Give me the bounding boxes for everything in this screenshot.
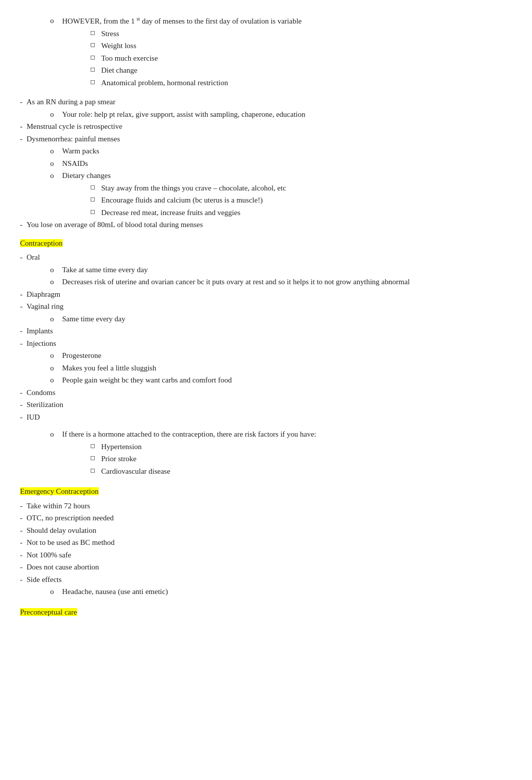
dash-icon: - <box>20 252 23 263</box>
bullet-implants: - Implants <box>20 325 512 337</box>
contraception-section: Contraception <box>20 238 512 249</box>
rn-child: Your role: help pt relax, give support, … <box>62 109 305 120</box>
dash-icon: - <box>20 133 23 145</box>
injections-children: o Progesterone o Makes you feel a little… <box>20 350 512 386</box>
sub-item: Cardiovascular disease <box>101 466 170 477</box>
oral-children: o Take at same time every day o Decrease… <box>20 264 512 288</box>
o-marker: o <box>50 15 58 27</box>
bullet-dysmenorrhea-text: Dysmenorrhea: painful menses <box>27 133 120 145</box>
emergency-bullet-2: - OTC, no prescription needed <box>20 512 512 524</box>
oral-child: Decreases risk of uterine and ovarian ca… <box>62 276 410 288</box>
diaphragm-label: Diaphragm <box>27 289 60 300</box>
bullet-condoms: - Condoms <box>20 387 512 399</box>
o-marker: o <box>50 429 58 440</box>
dash-icon: - <box>20 399 23 411</box>
dash-icon: - <box>20 338 23 349</box>
dysm-child: NSAIDs <box>62 158 88 169</box>
bullet-dysmenorrhea: - Dysmenorrhea: painful menses <box>20 133 512 145</box>
contraception-heading: Contraception <box>20 239 63 247</box>
bullet-injections: - Injections <box>20 338 512 349</box>
injections-label: Injections <box>27 338 56 349</box>
dysmenorrhea-children: o Warm packs o NSAIDs o Dietary changes … <box>20 145 512 218</box>
preconceptual-heading: Preconceptual care <box>20 608 77 616</box>
emergency-item: Not to be used as BC method <box>27 537 115 548</box>
dash-icon: - <box>20 549 23 561</box>
injections-child: People gain weight bc they want carbs an… <box>62 374 232 386</box>
sq-icon: ◻ <box>90 441 97 450</box>
bullet-menstrual: - Menstrual cycle is retrospective <box>20 121 512 132</box>
emergency-section: Emergency Contraception <box>20 486 512 497</box>
top-section: o HOWEVER, from the 1 st day of menses t… <box>20 15 512 88</box>
sq-icon: ◻ <box>90 453 97 462</box>
emergency-bullet-1: - Take within 72 hours <box>20 500 512 512</box>
vaginal-ring-children: o Same time every day <box>20 313 512 325</box>
sub-item: Decrease red meat, increase fruits and v… <box>101 207 240 219</box>
vaginal-ring-label: Vaginal ring <box>27 301 64 312</box>
sq-icon: ◻ <box>90 182 97 191</box>
emergency-bullet-7: - Side effects <box>20 574 512 586</box>
o-marker: o <box>50 350 58 361</box>
dash-icon: - <box>20 500 23 512</box>
dash-icon: - <box>20 289 23 300</box>
dash-icon: - <box>20 561 23 573</box>
bullet-rn-children: o Your role: help pt relax, give support… <box>20 109 512 120</box>
sub-item: Weight loss <box>101 40 136 52</box>
dash-icon: - <box>20 537 23 548</box>
dash-icon: - <box>20 121 23 132</box>
contraception-note-text: If there is a hormone attached to the co… <box>62 429 316 440</box>
o-marker: o <box>50 374 58 386</box>
contraception-list: - Oral o Take at same time every day o D… <box>20 252 512 423</box>
contraception-note: o If there is a hormone attached to the … <box>20 429 512 477</box>
injections-child: Progesterone <box>62 350 101 361</box>
dysm-child: Warm packs <box>62 145 99 157</box>
dash-icon: - <box>20 512 23 524</box>
however-text: HOWEVER, from the 1 st day of menses to … <box>62 15 302 27</box>
dash-icon: - <box>20 525 23 536</box>
emergency-item: Does not cause abortion <box>27 561 99 573</box>
bullet-rn: - As an RN during a pap smear <box>20 96 512 108</box>
sub-item: Prior stroke <box>101 453 136 465</box>
dysm-child: Dietary changes <box>62 170 111 181</box>
emergency-bullet-6: - Does not cause abortion <box>20 561 512 573</box>
preconceptual-section: Preconceptual care <box>20 607 512 618</box>
condoms-label: Condoms <box>27 387 56 399</box>
o-marker: o <box>50 264 58 276</box>
o-marker: o <box>50 276 58 288</box>
sq-icon: ◻ <box>90 466 97 475</box>
sq-icon: ◻ <box>90 194 97 204</box>
o-marker: o <box>50 170 58 181</box>
bullet-blood-text: You lose on average of 80mL of blood tot… <box>27 219 203 231</box>
oral-label: Oral <box>27 252 40 263</box>
however-subbullets: ◻Stress ◻Weight loss ◻Too much exercise … <box>50 28 512 89</box>
side-effects-child: Headache, nausea (use anti emetic) <box>62 586 168 598</box>
main-bullets-section: - As an RN during a pap smear o Your rol… <box>20 96 512 231</box>
o-marker: o <box>50 109 58 120</box>
emergency-item: OTC, no prescription needed <box>27 512 114 524</box>
emergency-list: - Take within 72 hours - OTC, no prescri… <box>20 500 512 598</box>
emergency-bullet-4: - Not to be used as BC method <box>20 537 512 548</box>
sq-icon: ◻ <box>90 53 97 62</box>
sub-item: Encourage fluids and calcium (bc uterus … <box>101 194 262 206</box>
sq-icon: ◻ <box>90 65 97 74</box>
contraception-note-o: o If there is a hormone attached to the … <box>20 429 512 477</box>
emergency-item: Side effects <box>27 574 62 586</box>
sub-item: Diet change <box>101 65 137 76</box>
oral-child: Take at same time every day <box>62 264 148 276</box>
dash-icon: - <box>20 96 23 108</box>
o-marker: o <box>50 158 58 169</box>
vaginal-ring-child: Same time every day <box>62 313 125 325</box>
dietary-sub: ◻Stay away from the things you crave – c… <box>50 182 512 219</box>
bullet-rn-text: As an RN during a pap smear <box>27 96 115 108</box>
sq-icon: ◻ <box>90 40 97 49</box>
bullet-blood: - You lose on average of 80mL of blood t… <box>20 219 512 231</box>
dash-icon: - <box>20 219 23 231</box>
bullet-iud: - IUD <box>20 412 512 423</box>
sub-item: Hypertension <box>101 441 142 453</box>
sub-item: Stay away from the things you crave – ch… <box>101 182 286 194</box>
however-bullet: o HOWEVER, from the 1 st day of menses t… <box>20 15 512 88</box>
sub-item: Too much exercise <box>101 53 158 64</box>
side-effects-children: o Headache, nausea (use anti emetic) <box>20 586 512 598</box>
bullet-diaphragm: - Diaphragm <box>20 289 512 300</box>
dash-icon: - <box>20 412 23 423</box>
bullet-vaginal-ring: - Vaginal ring <box>20 301 512 312</box>
